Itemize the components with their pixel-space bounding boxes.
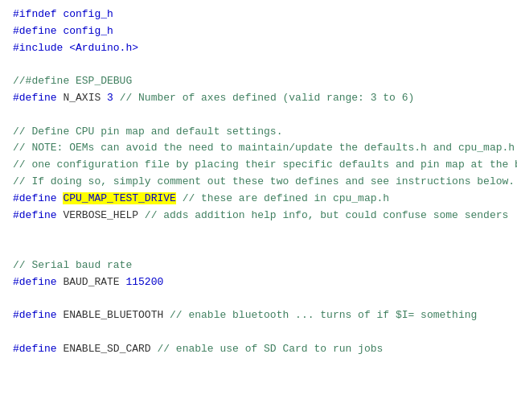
code-token: #define xyxy=(13,276,63,288)
code-token: #define xyxy=(13,209,63,221)
code-line: #define config_h xyxy=(13,23,504,40)
code-token: // NOTE: OEMs can avoid the need to main… xyxy=(13,142,517,154)
code-token: 3 xyxy=(107,92,113,104)
code-blank-line xyxy=(13,56,504,73)
code-token: // Number of axes defined (valid range: … xyxy=(113,92,414,104)
code-line: #define ENABLE_SD_CARD // enable use of … xyxy=(13,341,504,358)
code-token: #define xyxy=(13,192,63,204)
code-token: #define config_h xyxy=(13,25,113,37)
code-line: // Define CPU pin map and default settin… xyxy=(13,124,504,141)
code-token: #define xyxy=(13,92,63,104)
code-token: #define xyxy=(13,343,63,355)
code-token: // adds addition help info, but could co… xyxy=(138,209,508,221)
code-token: CPU_MAP_TEST_DRIVE xyxy=(63,192,175,204)
code-line: //#define ESP_DEBUG xyxy=(13,73,504,90)
code-token: ENABLE_SD_CARD xyxy=(63,343,150,355)
code-token: // one configuration file by placing the… xyxy=(13,159,517,171)
code-token: VERBOSE_HELP xyxy=(63,209,138,221)
code-line: // NOTE: OEMs can avoid the need to main… xyxy=(13,140,504,157)
code-token: // Serial baud rate xyxy=(13,259,132,271)
code-token: ENABLE_BLUETOOTH xyxy=(63,309,163,321)
code-token: // enable use of SD Card to run jobs xyxy=(151,343,384,355)
code-line: #include <Arduino.h> xyxy=(13,40,504,57)
code-line: #define N_AXIS 3 // Number of axes defin… xyxy=(13,90,504,107)
code-token: // Define CPU pin map and default settin… xyxy=(13,126,282,138)
code-line: #define VERBOSE_HELP // adds addition he… xyxy=(13,208,504,224)
code-line: #ifndef config_h xyxy=(13,6,504,23)
code-blank-line xyxy=(13,224,504,241)
code-token: // enable bluetooth ... turns of if $I= … xyxy=(163,309,477,321)
code-token: 115200 xyxy=(125,276,163,288)
code-editor: #ifndef config_h#define config_h#include… xyxy=(0,0,517,420)
code-token: // these are defined in cpu_map.h xyxy=(176,192,389,204)
code-line: #define BAUD_RATE 115200 xyxy=(13,274,504,291)
code-line: #define CPU_MAP_TEST_DRIVE // these are … xyxy=(13,191,504,208)
code-blank-line xyxy=(13,324,504,341)
code-line: #define ENABLE_BLUETOOTH // enable bluet… xyxy=(13,307,504,324)
code-token: N_AXIS xyxy=(63,92,107,104)
code-token: #define xyxy=(13,309,63,321)
code-token: // If doing so, simply comment out these… xyxy=(13,175,515,187)
code-blank-line xyxy=(13,241,504,257)
code-blank-line xyxy=(13,291,504,308)
code-line: // If doing so, simply comment out these… xyxy=(13,174,504,191)
code-blank-line xyxy=(13,107,504,124)
code-line: // Serial baud rate xyxy=(13,257,504,274)
code-token: //#define ESP_DEBUG xyxy=(13,75,132,87)
code-token: #ifndef config_h xyxy=(13,8,113,20)
code-token: BAUD_RATE xyxy=(63,276,125,288)
code-token: #include <Arduino.h> xyxy=(13,42,138,54)
code-line: // one configuration file by placing the… xyxy=(13,157,504,174)
